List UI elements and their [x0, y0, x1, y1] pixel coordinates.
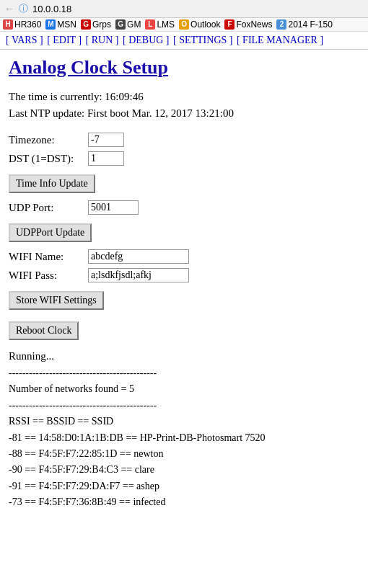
- bookmark-gm-icon: G: [115, 19, 126, 30]
- bookmark-lms-icon: L: [145, 19, 155, 30]
- rssi-header: RSSI == BSSID == SSID: [9, 414, 359, 429]
- bookmark-foxnews-icon: F: [224, 19, 235, 30]
- back-icon[interactable]: ←: [4, 3, 14, 14]
- bookmark-f150[interactable]: 2 2014 F-150: [276, 19, 332, 30]
- udp-port-label: UDP Port:: [9, 202, 88, 214]
- wifi-name-label: WIFI Name:: [9, 251, 88, 263]
- nav-run[interactable]: [ RUN ]: [86, 35, 119, 45]
- bookmark-grps-icon: G: [81, 19, 91, 30]
- timezone-row: Timezone:: [9, 133, 359, 147]
- reboot-btn-wrapper: Reboot Clock: [9, 317, 359, 347]
- bookmark-msn[interactable]: M MSN: [45, 19, 76, 30]
- nav-debug[interactable]: [ DEBUG ]: [123, 35, 170, 45]
- nav-file-manager[interactable]: [ FILE MANAGER ]: [237, 35, 323, 45]
- bookmark-grps-label: Grps: [92, 19, 111, 30]
- network-1: -81 == 14:58:D0:1A:1B:DB == HP-Print-DB-…: [9, 430, 359, 446]
- page-title: Analog Clock Setup: [9, 57, 359, 79]
- bookmark-lms[interactable]: L LMS: [145, 19, 175, 30]
- network-4: -91 == F4:5F:F7:29:DA:F7 == ashep: [9, 478, 359, 494]
- network-2: -88 == F4:5F:F7:22:85:1D == newton: [9, 446, 359, 462]
- ntp-update-text: Last NTP update: First boot Mar. 12, 201…: [9, 105, 359, 122]
- bookmark-foxnews[interactable]: F FoxNews: [224, 19, 272, 30]
- store-wifi-button[interactable]: Store WIFI Settings: [9, 291, 104, 310]
- bookmark-gm[interactable]: G GM: [115, 19, 141, 30]
- dst-row: DST (1=DST):: [9, 151, 359, 166]
- bookmark-msn-label: MSN: [57, 19, 76, 30]
- bookmark-hr360-label: HR360: [14, 19, 41, 30]
- nav-vars[interactable]: [ VARS ]: [6, 35, 43, 45]
- running-text: Running...: [9, 350, 359, 362]
- address-bar: ← ⓘ 10.0.0.18: [0, 0, 368, 18]
- bookmark-outlook[interactable]: O Outlook: [179, 19, 220, 30]
- wifi-pass-label: WIFI Pass:: [9, 270, 88, 282]
- udp-port-row: UDP Port:: [9, 200, 359, 215]
- network-3: -90 == F4:5F:F7:29:B4:C3 == clare: [9, 462, 359, 478]
- timezone-input[interactable]: [88, 133, 124, 147]
- bookmark-lms-label: LMS: [157, 19, 175, 30]
- url-display[interactable]: 10.0.0.18: [32, 4, 71, 14]
- bookmark-outlook-label: Outlook: [190, 19, 220, 30]
- reboot-clock-button[interactable]: Reboot Clock: [9, 321, 79, 340]
- network-output: ----------------------------------------…: [9, 365, 359, 511]
- bookmark-hr360-icon: H: [3, 19, 13, 30]
- bookmarks-bar: H HR360 M MSN G Grps G GM L LMS O Outloo…: [0, 18, 368, 32]
- separator-1: ----------------------------------------…: [9, 365, 359, 381]
- network-5: -73 == F4:5F:F7:36:8B:49 == infected: [9, 494, 359, 510]
- nav-bar: [ VARS ] [ EDIT ] [ RUN ] [ DEBUG ] [ SE…: [0, 32, 368, 50]
- bookmark-outlook-icon: O: [179, 19, 189, 30]
- bookmark-f150-icon: 2: [276, 19, 286, 30]
- bookmark-msn-icon: M: [45, 19, 56, 30]
- time-info-btn-wrapper: Time Info Update: [9, 170, 359, 200]
- wifi-name-input[interactable]: [88, 249, 189, 264]
- time-info-update-button[interactable]: Time Info Update: [9, 174, 95, 193]
- nav-settings[interactable]: [ SETTINGS ]: [173, 35, 232, 45]
- current-time-text: The time is currently: 16:09:46: [9, 89, 359, 105]
- wifi-pass-input[interactable]: [88, 268, 189, 282]
- networks-found-text: Number of networks found = 5: [9, 381, 359, 397]
- bookmark-grps[interactable]: G Grps: [81, 19, 111, 30]
- main-content: Analog Clock Setup The time is currently…: [0, 50, 368, 518]
- info-icon: ⓘ: [19, 2, 28, 15]
- bookmark-foxnews-label: FoxNews: [236, 19, 272, 30]
- bookmark-hr360[interactable]: H HR360: [3, 19, 41, 30]
- udp-port-input[interactable]: [88, 200, 139, 215]
- udp-port-btn-wrapper: UDPPort Update: [9, 219, 359, 249]
- store-wifi-btn-wrapper: Store WIFI Settings: [9, 287, 359, 317]
- wifi-pass-row: WIFI Pass:: [9, 268, 359, 282]
- dst-label: DST (1=DST):: [9, 153, 88, 165]
- bookmark-gm-label: GM: [127, 19, 141, 30]
- bookmark-f150-label: 2014 F-150: [288, 19, 332, 30]
- separator-2: ----------------------------------------…: [9, 398, 359, 414]
- wifi-name-row: WIFI Name:: [9, 249, 359, 264]
- udp-port-update-button[interactable]: UDPPort Update: [9, 223, 92, 242]
- dst-input[interactable]: [88, 151, 124, 166]
- nav-edit[interactable]: [ EDIT ]: [47, 35, 82, 45]
- timezone-label: Timezone:: [9, 134, 88, 146]
- time-info: The time is currently: 16:09:46 Last NTP…: [9, 89, 359, 121]
